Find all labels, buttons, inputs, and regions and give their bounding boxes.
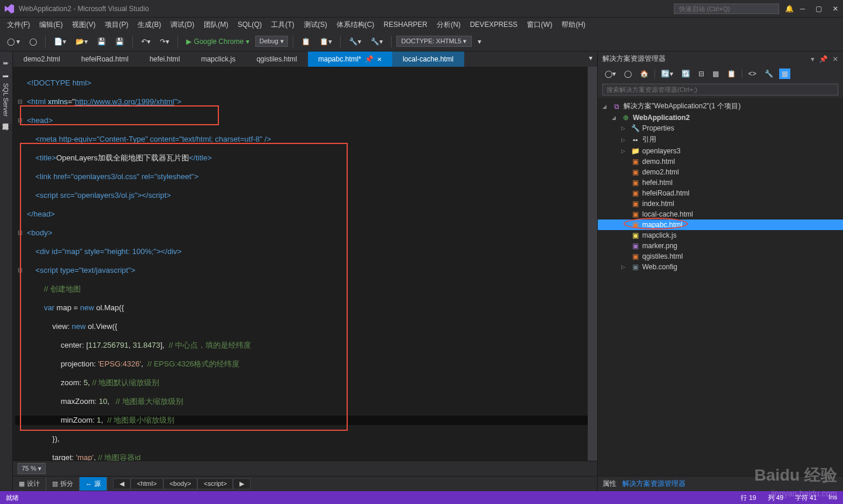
maximize-button[interactable]: ▢ [815, 5, 822, 13]
menu-debug[interactable]: 调试(D) [166, 18, 199, 32]
explorer-toolbar: ◯▾ ◯ 🏠 🔄▾ 🔃 ⊟ ▦ 📋 <> 🔧 ▦ [598, 66, 843, 81]
view-icon[interactable]: ▦ [779, 68, 790, 79]
back-icon[interactable]: ◯ [622, 68, 634, 79]
menu-file[interactable]: 文件(F) [2, 18, 35, 32]
redo-button[interactable]: ↷▾ [156, 35, 173, 48]
menu-resharper[interactable]: RESHARPER [379, 18, 432, 31]
file-demo[interactable]: ▣demo.html [598, 156, 843, 167]
open-button[interactable]: 📂▾ [72, 35, 91, 48]
file-localcache[interactable]: ▣local-cache.html [598, 209, 843, 220]
panel-pin-icon[interactable]: 📌 [819, 55, 828, 63]
status-bar: 就绪 行 19 列 49 字符 41 Ins [0, 491, 843, 504]
file-demo2[interactable]: ▣demo2.html [598, 167, 843, 177]
close-button[interactable]: ✕ [832, 5, 838, 13]
file-qgistiles[interactable]: ▣qgistiles.html [598, 251, 843, 262]
refresh-icon[interactable]: 🔄▾ [659, 68, 676, 79]
doctype-select[interactable]: DOCTYPE: XHTML5 ▾ [396, 36, 472, 47]
home-icon[interactable]: ◯▾ [602, 68, 618, 79]
menu-window[interactable]: 窗口(W) [522, 18, 557, 32]
tb-icon-3[interactable]: 🔧▾ [345, 35, 365, 48]
references-node[interactable]: ▷▪▪引用 [598, 133, 843, 146]
home2-icon[interactable]: 🏠 [638, 68, 651, 79]
start-debug-button[interactable]: ▶ Google Chrome ▾ [183, 35, 253, 48]
menu-architecture[interactable]: 体系结构(C) [332, 18, 379, 32]
menu-analyze[interactable]: 分析(N) [432, 18, 465, 32]
tb-icon-5[interactable]: ▾ [474, 35, 485, 48]
crumb-nav-left[interactable]: ◀ [113, 478, 131, 489]
crumb-html[interactable]: <html> [131, 478, 163, 489]
file-marker[interactable]: ▣marker.png [598, 241, 843, 251]
tab-mapclick[interactable]: mapclick.js [190, 52, 246, 67]
tab-demo2[interactable]: demo2.html [13, 52, 71, 67]
minimize-button[interactable]: ─ [800, 5, 805, 13]
vertical-scrollbar[interactable] [588, 67, 597, 461]
collapse-icon[interactable]: ⊟ [696, 68, 707, 79]
undo-button[interactable]: ↶▾ [138, 35, 154, 48]
showall-icon[interactable]: ▦ [710, 68, 721, 79]
close-tab-icon[interactable]: ✕ [377, 56, 382, 63]
status-col: 列 49 [768, 493, 783, 502]
menu-build[interactable]: 生成(B) [133, 18, 166, 32]
config-select[interactable]: Debug ▾ [255, 36, 287, 47]
project-node[interactable]: ◢⊕WebApplication2 [598, 112, 843, 123]
menu-sql[interactable]: SQL(Q) [233, 18, 266, 31]
menu-project[interactable]: 项目(P) [100, 18, 133, 32]
file-index[interactable]: ▣index.html [598, 198, 843, 209]
menu-test[interactable]: 测试(S) [299, 18, 332, 32]
openlayers-folder[interactable]: ▷📁openlayers3 [598, 146, 843, 156]
properties-node[interactable]: ▷🔧Properties [598, 123, 843, 133]
sql-object-explorer-tab[interactable]: SQL Server 对象资源管理器 [0, 77, 12, 124]
panel-dropdown-icon[interactable]: ▾ [811, 55, 814, 63]
solution-tree[interactable]: ◢⧉解决方案"WebApplication2"(1 个项目) ◢⊕WebAppl… [598, 98, 843, 476]
tab-qgistiles[interactable]: qgistiles.html [246, 52, 307, 67]
tab-hefeiroad[interactable]: hefeiRoad.html [71, 52, 139, 67]
file-hefeiroad[interactable]: ▣hefeiRoad.html [598, 188, 843, 198]
server-explorer-tab[interactable]: 服务器资源管理器 [0, 64, 12, 76]
file-hefei[interactable]: ▣hefei.html [598, 177, 843, 188]
view-split[interactable]: ▥ 拆分 [46, 477, 80, 491]
toolbox-tab[interactable]: 工具箱 [0, 52, 12, 63]
tab-localcache[interactable]: local-cache.html [392, 52, 464, 67]
code-editor[interactable]: <!DOCTYPE html> ⊟<html xmlns="http://www… [13, 67, 597, 461]
tab-dropdown[interactable]: ▾ [584, 52, 597, 67]
nav-back-button[interactable]: ◯ ▾ [4, 35, 23, 48]
nav-fwd-button[interactable]: ◯ [26, 35, 40, 48]
menu-help[interactable]: 帮助(H) [557, 18, 590, 32]
solution-node[interactable]: ◢⧉解决方案"WebApplication2"(1 个项目) [598, 100, 843, 112]
code-icon[interactable]: <> [746, 68, 759, 79]
view-design[interactable]: ▦ 设计 [13, 477, 46, 491]
file-mapclick[interactable]: ▣mapclick.js [598, 230, 843, 241]
menu-devexpress[interactable]: DEVEXPRESS [465, 18, 522, 31]
sync-icon[interactable]: 🔃 [679, 68, 693, 79]
zoom-select[interactable]: 75 % ▾ [18, 463, 46, 474]
properties-icon[interactable]: 📋 [725, 68, 738, 79]
editor-area: demo2.html hefeiRoad.html hefei.html map… [13, 52, 597, 491]
tb-icon-4[interactable]: 🔧▾ [367, 35, 386, 48]
menu-view[interactable]: 视图(V) [67, 18, 100, 32]
tb-icon-2[interactable]: 📋▾ [316, 35, 335, 48]
tb-icon-1[interactable]: 📋 [298, 35, 314, 48]
save-all-button[interactable]: 💾 [112, 35, 128, 48]
crumb-script[interactable]: <script> [197, 478, 233, 489]
explorer-search-input[interactable] [602, 84, 838, 95]
tab-hefei[interactable]: hefei.html [139, 52, 190, 67]
new-project-button[interactable]: 📄▾ [50, 35, 70, 48]
main-toolbar: ◯ ▾ ◯ 📄▾ 📂▾ 💾 💾 ↶▾ ↷▾ ▶ Google Chrome ▾ … [0, 32, 843, 52]
file-webconfig[interactable]: ▷▣Web.config [598, 262, 843, 272]
quick-launch-input[interactable] [674, 4, 779, 14]
crumb-body[interactable]: <body> [163, 478, 198, 489]
crumb-nav-right[interactable]: ▶ [233, 478, 251, 489]
status-char: 字符 41 [795, 493, 817, 502]
menu-team[interactable]: 团队(M) [199, 18, 233, 32]
tab-mapabc[interactable]: mapabc.html* 📌 ✕ [308, 52, 392, 67]
menu-edit[interactable]: 编辑(E) [35, 18, 67, 32]
pin-icon[interactable]: 📌 [365, 55, 373, 63]
notification-icon[interactable]: 🔔 [785, 5, 794, 13]
view-source[interactable]: ↔ 源 [80, 477, 107, 491]
panel-close-icon[interactable]: ✕ [832, 55, 838, 63]
view-tabs: ▦ 设计 ▥ 拆分 ↔ 源 ◀ <html> <body> <script> ▶ [13, 476, 597, 491]
save-button[interactable]: 💾 [94, 35, 109, 48]
file-mapabc[interactable]: ▣mapabc.html [598, 220, 843, 230]
menu-tools[interactable]: 工具(T) [266, 18, 299, 32]
wrench-icon[interactable]: 🔧 [762, 68, 776, 79]
